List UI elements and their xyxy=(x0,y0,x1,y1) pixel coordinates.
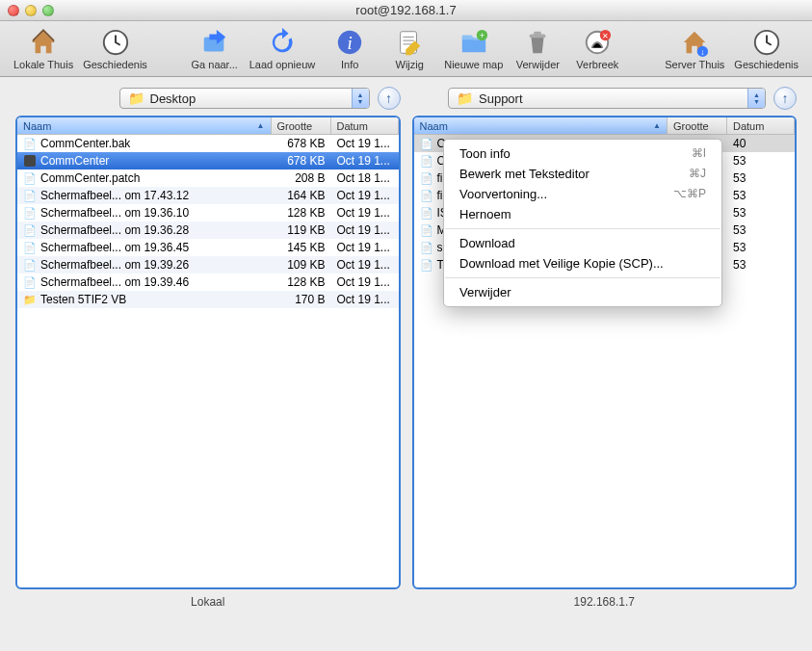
zoom-icon[interactable] xyxy=(42,5,54,16)
folder-icon: 📁 xyxy=(128,91,144,106)
file-name: CommCenter.patch xyxy=(40,171,140,185)
verbreek-button[interactable]: ✕Verbreek xyxy=(568,25,626,72)
file-icon: 📄 xyxy=(420,171,433,185)
file-date: Oct 19 1... xyxy=(331,189,399,202)
remote-path-dropdown[interactable]: 📁 Support ▲▼ xyxy=(448,88,766,109)
file-size: 109 KB xyxy=(272,258,331,272)
file-row[interactable]: 📄CommCenter.bak678 KBOct 19 1... xyxy=(17,135,399,152)
menu-item[interactable]: Voorvertoning...⌥⌘P xyxy=(444,184,721,204)
col-name-header[interactable]: Naam ▲ xyxy=(414,117,668,134)
lokale-thuis-button[interactable]: Lokale Thuis xyxy=(10,25,77,72)
folder-icon: 📁 xyxy=(457,91,473,106)
file-date: Oct 19 1... xyxy=(331,275,399,289)
file-date: 53 xyxy=(727,223,795,237)
local-pane-label: Lokaal xyxy=(15,595,401,609)
local-up-button[interactable]: ↑ xyxy=(378,87,401,110)
titlebar: root@192.168.1.7 xyxy=(0,0,812,21)
file-icon: 📄 xyxy=(420,258,433,272)
menu-item[interactable]: Bewerk met Teksteditor⌘J xyxy=(444,164,721,184)
file-date: Oct 19 1... xyxy=(331,154,399,168)
svg-text:✕: ✕ xyxy=(602,31,609,40)
file-date: 53 xyxy=(727,206,795,220)
file-row[interactable]: 📄Schermafbeel... om 19.36.28119 KBOct 19… xyxy=(17,221,399,239)
info-icon: i xyxy=(334,27,365,58)
edit-icon xyxy=(394,27,425,58)
toolbar-label: Ga naar... xyxy=(192,59,238,70)
menu-item[interactable]: Hernoem xyxy=(444,204,721,224)
svg-text:↓: ↓ xyxy=(701,47,705,57)
trash-icon xyxy=(522,27,553,58)
clock-icon xyxy=(100,27,131,58)
col-date-header[interactable]: Datum xyxy=(727,117,795,134)
minimize-icon[interactable] xyxy=(25,5,37,16)
file-date: 53 xyxy=(727,154,795,168)
server-thuis-button[interactable]: ↓Server Thuis xyxy=(661,25,728,72)
laad-opnieuw-button[interactable]: Laad opnieuw xyxy=(246,25,320,72)
file-row[interactable]: 📄CommCenter.patch208 BOct 18 1... xyxy=(17,169,399,187)
local-path-dropdown[interactable]: 📁 Desktop ▲▼ xyxy=(119,88,370,109)
context-menu[interactable]: Toon info⌘IBewerk met Teksteditor⌘JVoorv… xyxy=(443,139,722,307)
geschiedenis-l-button[interactable]: Geschiedenis xyxy=(79,25,151,72)
file-icon: 📄 xyxy=(23,137,37,150)
file-date: Oct 19 1... xyxy=(331,223,399,237)
file-icon: 📄 xyxy=(420,206,433,220)
local-file-list[interactable]: Naam ▲ Grootte Datum 📄CommCenter.bak678 … xyxy=(15,116,401,589)
file-name: Schermafbeel... om 19.36.45 xyxy=(40,241,189,254)
remote-column-headers[interactable]: Naam ▲ Grootte Datum xyxy=(414,117,796,135)
local-column-headers[interactable]: Naam ▲ Grootte Datum xyxy=(17,117,399,135)
menu-item[interactable]: Verwijder xyxy=(444,282,721,302)
menu-label: Toon info xyxy=(459,146,511,161)
doc-icon: 📄 xyxy=(23,223,37,237)
file-row[interactable]: 📄Schermafbeel... om 19.39.46128 KBOct 19… xyxy=(17,273,399,291)
file-size: 678 KB xyxy=(272,137,331,150)
file-size: 119 KB xyxy=(272,223,331,237)
col-size-header[interactable]: Grootte xyxy=(668,117,727,134)
file-size: 128 KB xyxy=(272,275,331,289)
file-size: 145 KB xyxy=(272,241,331,254)
toolbar-label: Wijzig xyxy=(396,59,424,70)
nieuwe-map-button[interactable]: +Nieuwe map xyxy=(440,25,507,72)
toolbar-label: Verwijder xyxy=(516,59,560,70)
file-row[interactable]: 📄Schermafbeel... om 19.36.45145 KBOct 19… xyxy=(17,239,399,256)
remote-up-button[interactable]: ↑ xyxy=(773,87,797,110)
dropdown-arrows-icon: ▲▼ xyxy=(352,89,369,108)
toolbar-label: Verbreek xyxy=(576,59,618,70)
local-pane: 📁 Desktop ▲▼ ↑ Naam ▲ Grootte Datum 📄Com… xyxy=(15,87,401,609)
file-date: Oct 19 1... xyxy=(331,241,399,254)
file-icon: 📄 xyxy=(420,223,433,237)
file-name: CommCenter.bak xyxy=(40,137,130,150)
verwijder-button[interactable]: Verwijder xyxy=(509,25,566,72)
close-icon[interactable] xyxy=(8,5,19,16)
home-icon xyxy=(28,27,59,58)
menu-label: Download xyxy=(459,236,515,250)
doc-icon: 📄 xyxy=(23,275,37,289)
col-date-header[interactable]: Datum xyxy=(331,117,399,134)
toolbar-label: Geschiedenis xyxy=(734,59,799,70)
col-size-header[interactable]: Grootte xyxy=(272,117,331,134)
arrow-up-icon: ↑ xyxy=(385,91,392,106)
reload-icon xyxy=(267,27,298,58)
wijzig-button[interactable]: Wijzig xyxy=(380,25,438,72)
file-row[interactable]: 📄Schermafbeel... om 17.43.12164 KBOct 19… xyxy=(17,187,399,204)
col-name-header[interactable]: Naam ▲ xyxy=(17,117,272,134)
sort-asc-icon: ▲ xyxy=(257,121,265,130)
file-row[interactable]: CommCenter678 KBOct 19 1... xyxy=(17,152,399,169)
toolbar-label: Laad opnieuw xyxy=(249,59,316,70)
info-button[interactable]: iInfo xyxy=(321,25,379,72)
svg-text:i: i xyxy=(348,33,353,53)
ga-naar-button[interactable]: Ga naar... xyxy=(186,25,244,72)
go-icon xyxy=(199,27,230,58)
file-name: Schermafbeel... om 19.39.46 xyxy=(40,275,189,289)
file-row[interactable]: 📁Testen 5TIF2 VB170 BOct 19 1... xyxy=(17,291,399,308)
file-icon: 📄 xyxy=(420,137,433,150)
toolbar-label: Lokale Thuis xyxy=(13,59,73,70)
menu-item[interactable]: Download met Veilige Kopie (SCP)... xyxy=(444,253,721,273)
file-row[interactable]: 📄Schermafbeel... om 19.36.10128 KBOct 19… xyxy=(17,204,399,221)
menu-item[interactable]: Download xyxy=(444,233,721,253)
geschiedenis-r-button[interactable]: Geschiedenis xyxy=(730,25,802,72)
file-row[interactable]: 📄Schermafbeel... om 19.39.26109 KBOct 19… xyxy=(17,256,399,273)
exec-icon xyxy=(23,154,37,168)
menu-label: Voorvertoning... xyxy=(459,187,547,201)
arrow-up-icon: ↑ xyxy=(782,91,789,106)
menu-item[interactable]: Toon info⌘I xyxy=(444,143,721,164)
